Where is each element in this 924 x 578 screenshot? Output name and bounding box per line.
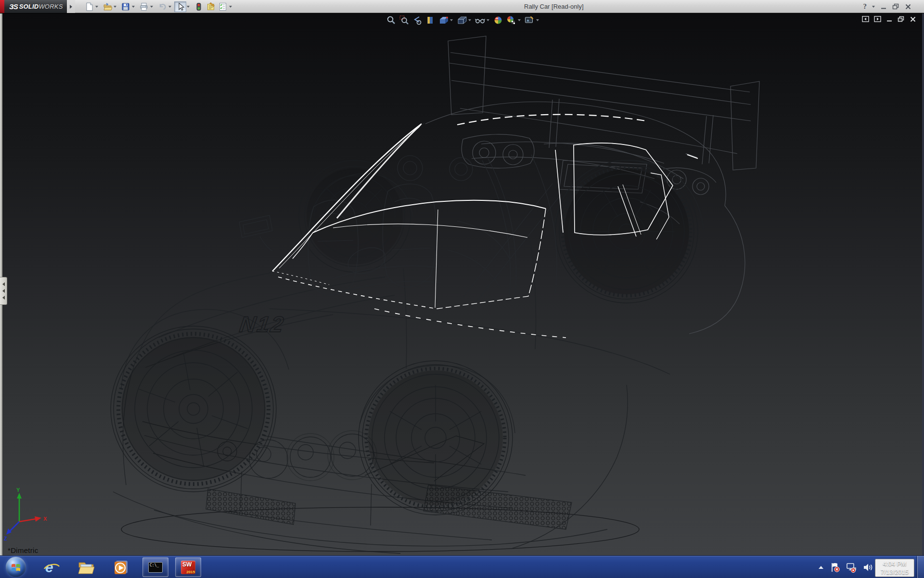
apply-scene-caret[interactable] (518, 19, 521, 21)
windows-taskbar: e C:\_ SW 2015 (0, 555, 924, 578)
hide-show-items-caret[interactable] (487, 19, 489, 21)
rear-right-wheel (555, 160, 698, 303)
undo-button[interactable] (156, 1, 168, 12)
help-dropdown-caret[interactable] (872, 6, 875, 8)
car-number-decal: N12 (238, 312, 287, 337)
open-button[interactable] (101, 1, 113, 12)
undo-dropdown-caret[interactable] (168, 6, 171, 8)
new-dropdown-caret[interactable] (95, 6, 98, 8)
previous-view-icon (412, 15, 423, 26)
viewport-right-edge (922, 13, 924, 555)
front-right-wheel (299, 160, 411, 272)
view-orientation-cube-icon (438, 15, 449, 26)
minimize-button[interactable] (880, 4, 887, 10)
file-properties-button[interactable] (205, 1, 217, 12)
print-button[interactable] (138, 1, 150, 12)
car-wheels (111, 160, 698, 515)
show-hidden-icons-button[interactable] (818, 565, 824, 570)
section-view-button[interactable] (424, 14, 436, 26)
solidworks-logo-light: WORKS (38, 3, 63, 10)
view-settings-button[interactable] (523, 14, 536, 26)
zoom-to-fit-button[interactable] (385, 14, 398, 26)
doc-close-button[interactable] (910, 16, 916, 22)
quick-access-toolbar (83, 1, 235, 12)
options-button[interactable] (217, 1, 229, 12)
rebuild-stoplight-icon (194, 2, 204, 12)
expand-featuremanager-button[interactable] (862, 16, 869, 22)
taskbar-media-player[interactable] (111, 558, 131, 577)
taskbar-clock[interactable]: 4:04 PM 7/13/2015 (875, 559, 914, 577)
rear-left-wheel (359, 361, 513, 515)
zoom-to-fit-icon (386, 15, 397, 26)
restore-button[interactable] (892, 3, 899, 10)
tray-time: 4:04 PM (876, 560, 913, 568)
solidworks-icon-year: 2015 (186, 570, 195, 574)
new-document-icon (84, 2, 94, 12)
solidworks-logo-glyph: ЗS (9, 2, 18, 11)
zoom-to-area-icon (399, 15, 410, 26)
triad-x-label: X (43, 516, 47, 522)
windows-flag-icon (10, 561, 22, 573)
display-pane-button[interactable] (874, 16, 881, 22)
apply-scene-button[interactable] (505, 14, 517, 26)
select-dropdown-caret[interactable] (187, 6, 190, 8)
previous-view-button[interactable] (411, 14, 424, 26)
display-style-caret[interactable] (468, 19, 471, 21)
taskbar-internet-explorer[interactable]: e (41, 558, 62, 577)
expand-triangle-icon (70, 5, 72, 9)
media-player-icon (112, 558, 130, 577)
panel-expand-tab[interactable] (0, 277, 7, 305)
display-style-button[interactable] (455, 14, 468, 26)
taskbar-command-prompt[interactable]: C:\_ (142, 557, 168, 577)
graphics-area[interactable]: N12 (0, 13, 924, 555)
edit-appearance-button[interactable] (492, 14, 504, 26)
file-properties-icon (206, 2, 216, 12)
doc-minimize-button[interactable] (886, 16, 893, 22)
triad-z-label: Z (4, 536, 7, 541)
open-folder-icon (103, 2, 112, 12)
internet-explorer-icon: e (42, 558, 61, 577)
taskbar-windows-explorer[interactable] (76, 558, 96, 577)
menu-expand-arrow[interactable] (67, 0, 75, 13)
view-orientation-button[interactable] (437, 14, 449, 26)
open-dropdown-caret[interactable] (114, 6, 116, 8)
save-dropdown-caret[interactable] (132, 6, 135, 8)
save-button[interactable] (119, 1, 131, 12)
start-button[interactable] (6, 557, 26, 577)
new-button[interactable] (83, 1, 95, 12)
options-dropdown-caret[interactable] (229, 6, 232, 8)
desktop: { "window": { "brand": { "logo_glyph": "… (0, 0, 924, 578)
select-cursor-icon (176, 2, 185, 12)
solidworks-icon-letters: SW (182, 561, 192, 568)
print-icon (139, 2, 149, 12)
speaker-icon (862, 562, 873, 573)
volume-button[interactable] (862, 562, 873, 573)
hidden-icons-arrow-icon (818, 565, 824, 570)
front-left-wheel (111, 326, 276, 492)
view-settings-icon (524, 15, 535, 26)
show-desktop-button[interactable] (917, 556, 924, 578)
select-button[interactable] (174, 1, 186, 12)
help-button[interactable]: ? (863, 2, 867, 11)
close-button[interactable] (905, 4, 911, 10)
edit-appearance-sphere-icon (493, 15, 503, 26)
document-window-controls (862, 16, 916, 22)
view-orientation-caret[interactable] (450, 19, 453, 21)
solidworks-logo[interactable]: ЗS SOLIDWORKS (4, 0, 67, 13)
view-orientation-label: *Dimetric (8, 546, 38, 554)
hide-show-items-button[interactable] (474, 14, 486, 26)
collapse-arrow-icon (2, 296, 5, 300)
network-disconnected-icon (846, 562, 857, 573)
system-tray (818, 556, 873, 578)
rebuild-button[interactable] (192, 1, 205, 12)
network-status-button[interactable] (846, 562, 857, 573)
print-dropdown-caret[interactable] (150, 6, 153, 8)
save-floppy-icon (121, 2, 130, 12)
wireframe-car-canvas[interactable]: N12 (0, 13, 924, 555)
action-center-button[interactable] (830, 562, 840, 573)
doc-restore-button[interactable] (898, 16, 905, 22)
zoom-to-area-button[interactable] (398, 14, 411, 26)
taskbar-solidworks[interactable]: SW 2015 (175, 557, 201, 577)
hide-show-glasses-icon (475, 15, 485, 26)
view-settings-caret[interactable] (536, 19, 539, 21)
